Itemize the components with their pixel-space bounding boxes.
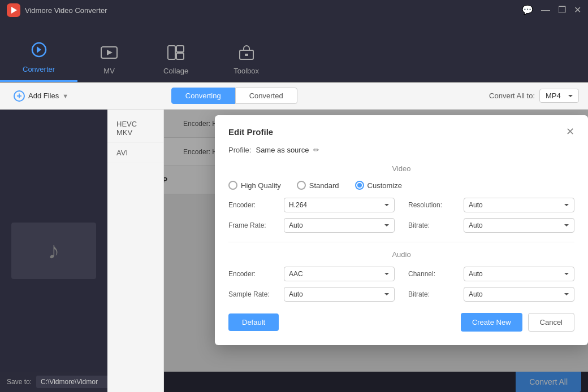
frame-rate-select[interactable]: Auto243060 [284,218,395,233]
collage-icon [167,45,185,63]
radio-circle-high [228,181,237,190]
svg-rect-7 [245,54,248,56]
nav-mv[interactable]: MV [77,39,141,82]
frame-rate-row: Frame Rate: Auto243060 [228,218,395,233]
frame-rate-label: Frame Rate: [228,221,279,229]
bitrate-row: Bitrate: Auto1000k2000k [408,218,574,233]
quality-radio-group: High Quality Standard Customize [228,181,574,190]
modal-footer: Default Create New Cancel [228,313,574,332]
save-to-label: Save to: [7,378,32,386]
main-content: ♪ :45 ⓘ MP4 ▼ 720P 720P Encoder: H.264 R… [0,110,588,392]
edit-profile-modal: Edit Profile ✕ Profile: Same as source ✏… [215,115,588,345]
svg-marker-0 [11,7,17,14]
video-form-grid: Encoder: H.264H.265MPEG-4 Resolution: Au… [228,198,574,233]
format-list-item-hevc[interactable]: HEVC MKV [107,114,163,143]
resolution-select[interactable]: Auto1920x10801280x720 [464,198,574,212]
resolution-label: Resolution: [408,201,459,209]
modal-close-button[interactable]: ✕ [566,127,574,137]
convert-all-group: Convert All to: MP4 MKV AVI MOV [489,89,579,103]
channel-label: Channel: [408,270,459,278]
preview-thumbnail: ♪ [11,223,96,279]
audio-bitrate-row: Bitrate: Auto128k192k [408,287,574,302]
resolution-row: Resolution: Auto1920x10801280x720 [408,198,574,212]
radio-standard[interactable]: Standard [297,181,339,190]
svg-rect-5 [176,53,184,59]
profile-row: Profile: Same as source ✏ [228,146,574,154]
tab-converted[interactable]: Converted [235,88,297,104]
radio-high-quality[interactable]: High Quality [228,181,281,190]
radio-circle-customize [355,181,364,190]
audio-encoder-select[interactable]: AACMP3AC3 [284,267,395,281]
minimize-button[interactable]: — [541,6,550,15]
close-button[interactable]: ✕ [574,6,581,15]
nav-collage[interactable]: Collage [141,39,211,82]
cancel-button[interactable]: Cancel [528,313,574,332]
audio-section-title: Audio [228,250,574,259]
convert-all-select[interactable]: MP4 MKV AVI MOV [539,89,579,103]
default-button[interactable]: Default [228,313,279,331]
sample-rate-label: Sample Rate: [228,290,279,298]
toolbox-icon [237,45,256,63]
nav-converter[interactable]: Converter [0,35,77,82]
chat-button[interactable]: 💬 [522,6,533,15]
channel-select[interactable]: AutoStereoMono [464,267,574,281]
music-note-icon: ♪ [48,237,60,264]
app-title: Vidmore Video Converter [25,6,107,15]
nav-bar: Converter MV Collage Toolb [0,20,588,82]
bitrate-label: Bitrate: [408,221,459,229]
nav-mv-label: MV [103,67,115,75]
audio-bitrate-select[interactable]: Auto128k192k [464,287,574,302]
footer-right: Create New Cancel [461,313,574,332]
modal-header: Edit Profile ✕ [228,127,574,137]
tab-group: Converting Converted [171,88,297,104]
add-files-button[interactable]: + Add Files ▼ [9,88,73,104]
modal-title: Edit Profile [228,127,273,137]
radio-high-label: High Quality [241,181,281,190]
svg-rect-3 [168,46,175,59]
tab-converting[interactable]: Converting [171,88,235,104]
nav-collage-label: Collage [163,67,188,75]
add-files-arrow: ▼ [62,93,68,99]
profile-label: Profile: [228,146,251,154]
svg-rect-4 [176,46,184,52]
toolbar: + Add Files ▼ Converting Converted Conve… [0,82,588,110]
format-list: HEVC MKV AVI [107,110,164,392]
encoder-select[interactable]: H.264H.265MPEG-4 [284,198,395,212]
nav-toolbox-label: Toolbox [234,67,259,75]
audio-encoder-row: Encoder: AACMP3AC3 [228,267,395,281]
audio-bitrate-label: Bitrate: [408,290,459,298]
profile-value: Same as source [256,146,309,154]
encoder-row: Encoder: H.264H.265MPEG-4 [228,198,395,212]
sample-rate-select[interactable]: Auto4410048000 [284,287,395,302]
nav-converter-label: Converter [23,65,55,73]
restore-button[interactable]: ❐ [558,6,566,15]
create-new-button[interactable]: Create New [461,313,522,332]
title-bar: Vidmore Video Converter 💬 — ❐ ✕ [0,0,588,20]
mv-icon [100,45,118,63]
radio-customize-label: Customize [368,181,402,190]
audio-form-grid: Encoder: AACMP3AC3 Channel: AutoStereoMo… [228,267,574,302]
sample-rate-row: Sample Rate: Auto4410048000 [228,287,395,302]
format-list-item-avi[interactable]: AVI [107,143,163,163]
divider [228,242,574,242]
encoder-label: Encoder: [228,201,279,209]
video-section-title: Video [228,164,574,173]
modal-overlay: HEVC MKV AVI Edit Profile ✕ Profile: Sam… [107,110,588,392]
edit-pen-icon[interactable]: ✏ [313,146,319,154]
convert-all-label: Convert All to: [489,92,535,100]
plus-icon: + [14,90,25,102]
add-files-label: Add Files [28,92,59,100]
channel-row: Channel: AutoStereoMono [408,267,574,281]
nav-toolbox[interactable]: Toolbox [211,39,282,82]
preview-panel: ♪ [0,110,107,392]
audio-encoder-label: Encoder: [228,270,279,278]
window-controls: 💬 — ❐ ✕ [522,6,581,15]
video-bitrate-select[interactable]: Auto1000k2000k [464,218,574,233]
converter-icon [30,41,48,62]
radio-standard-label: Standard [309,181,339,190]
radio-circle-standard [297,181,306,190]
app-logo [7,3,20,17]
radio-customize[interactable]: Customize [355,181,402,190]
